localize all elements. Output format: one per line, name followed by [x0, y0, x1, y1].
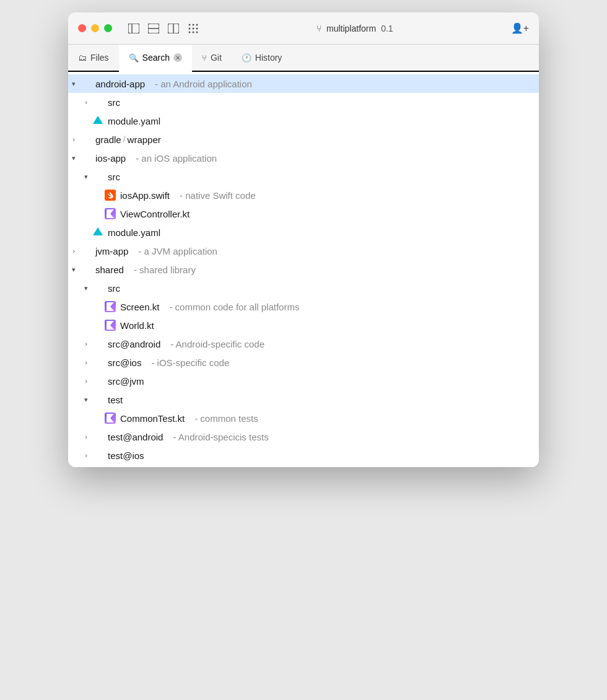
- titlebar-right: 👤+: [511, 22, 529, 34]
- tab-search-close[interactable]: ✕: [173, 53, 182, 62]
- chevron-icon: ›: [81, 99, 92, 106]
- kotlin-icon: [105, 413, 116, 424]
- tab-git-label: Git: [211, 53, 222, 63]
- tree-row[interactable]: ▾test: [68, 390, 539, 409]
- item-name: src: [108, 172, 120, 182]
- chevron-icon: ▾: [81, 173, 92, 180]
- folder-icon: [92, 338, 104, 350]
- item-name-sub: wrapper: [128, 135, 161, 144]
- tab-history[interactable]: 🕐 History: [232, 45, 292, 72]
- item-name: shared: [95, 265, 124, 274]
- item-name: iosApp.swift: [120, 191, 170, 200]
- chevron-icon: ›: [81, 378, 92, 385]
- svg-marker-15: [93, 116, 103, 124]
- folder-icon: [92, 356, 104, 369]
- kotlin-icon: [105, 320, 116, 331]
- folder-icon: [79, 263, 92, 276]
- tab-files[interactable]: 🗂 Files: [68, 45, 119, 72]
- svg-marker-19: [107, 321, 114, 330]
- svg-marker-16: [107, 209, 114, 218]
- branch-version: 0.1: [381, 24, 393, 33]
- chevron-icon: ›: [81, 359, 92, 366]
- svg-point-12: [189, 31, 191, 33]
- maximize-button[interactable]: [104, 24, 112, 32]
- tab-files-label: Files: [90, 53, 109, 63]
- add-user-icon[interactable]: 👤+: [511, 22, 529, 34]
- folder-icon: [92, 96, 104, 108]
- tree-row[interactable]: ViewController.kt: [68, 204, 539, 223]
- search-icon: 🔍: [129, 53, 139, 63]
- tree-row[interactable]: CommonTest.kt- common tests: [68, 409, 539, 427]
- window-title: multiplatform: [326, 24, 376, 33]
- item-name: World.kt: [120, 321, 154, 330]
- sidebar-toggle-icon[interactable]: [128, 24, 139, 33]
- item-description: - shared library: [134, 265, 196, 274]
- tree-row[interactable]: module.yaml: [68, 223, 539, 242]
- folder-icon: [79, 77, 92, 90]
- clock-icon: 🕐: [242, 53, 251, 63]
- item-name: test@android: [108, 432, 163, 442]
- kotlin-icon: [105, 208, 116, 219]
- svg-point-7: [193, 24, 194, 25]
- tree-row[interactable]: ›test@android- Android-specicis tests: [68, 427, 539, 446]
- tab-search[interactable]: 🔍 Search ✕: [119, 45, 192, 72]
- chevron-icon: ›: [81, 341, 92, 348]
- tree-row[interactable]: World.kt: [68, 316, 539, 335]
- tree-row[interactable]: ›gradle / wrapper: [68, 130, 539, 149]
- layout-icon-1[interactable]: [148, 24, 159, 33]
- item-description: - common code for all platforms: [169, 302, 299, 312]
- folder-icon: [92, 170, 104, 183]
- svg-rect-0: [128, 24, 139, 33]
- svg-marker-17: [93, 227, 103, 235]
- tree-row[interactable]: ▾src: [68, 279, 539, 297]
- tree-row[interactable]: ›test@ios: [68, 446, 539, 465]
- item-name: ios-app: [95, 154, 126, 163]
- folder-icon: [92, 431, 104, 443]
- folder-icon: [79, 133, 92, 146]
- chevron-icon: ▾: [68, 266, 79, 273]
- svg-point-6: [189, 24, 191, 25]
- folder-icon: [92, 393, 104, 406]
- chevron-icon: ▾: [81, 285, 92, 292]
- swift-icon: [105, 190, 116, 201]
- tree-row[interactable]: ›src@android- Android-specific code: [68, 335, 539, 353]
- tree-row[interactable]: ›src: [68, 93, 539, 112]
- svg-point-11: [196, 27, 198, 29]
- tree-row[interactable]: ▾shared- shared library: [68, 260, 539, 279]
- folder-icon: [79, 245, 92, 257]
- item-name: src: [108, 98, 120, 107]
- chevron-icon: ▾: [81, 396, 92, 403]
- svg-marker-20: [107, 414, 114, 422]
- kotlin-icon: [105, 301, 116, 312]
- git-icon: ⑂: [202, 53, 207, 63]
- tree-row[interactable]: ▾android-app- an Android application: [68, 74, 539, 93]
- chevron-icon: ›: [68, 248, 79, 255]
- tree-row[interactable]: Screen.kt- common code for all platforms: [68, 297, 539, 316]
- minimize-button[interactable]: [91, 24, 99, 32]
- item-name: Screen.kt: [120, 302, 159, 312]
- folder-icon: [92, 282, 104, 294]
- item-name: test@ios: [108, 451, 144, 460]
- tree-row[interactable]: ▾ios-app- an iOS application: [68, 149, 539, 167]
- tree-row[interactable]: ›jvm-app- a JVM application: [68, 242, 539, 260]
- titlebar-icons: [128, 23, 199, 34]
- svg-point-8: [196, 24, 198, 25]
- svg-point-9: [189, 27, 191, 29]
- item-name: src@jvm: [108, 377, 144, 386]
- chevron-icon: ›: [81, 452, 92, 459]
- layout-icon-2[interactable]: [168, 24, 179, 33]
- close-button[interactable]: [78, 24, 86, 32]
- grid-icon[interactable]: [188, 23, 199, 34]
- tree-row[interactable]: module.yaml: [68, 112, 539, 130]
- tab-git[interactable]: ⑂ Git: [192, 45, 232, 72]
- folder-icon: [92, 375, 104, 387]
- tree-row[interactable]: ›src@jvm: [68, 372, 539, 390]
- item-name: CommonTest.kt: [120, 414, 185, 423]
- item-name: src@ios: [108, 358, 141, 367]
- tree-row[interactable]: ▾src: [68, 167, 539, 186]
- item-name: module.yaml: [108, 116, 160, 126]
- tree-row[interactable]: ›src@ios- iOS-specific code: [68, 353, 539, 372]
- tree-row[interactable]: iosApp.swift- native Swift code: [68, 186, 539, 204]
- item-name: src: [108, 284, 120, 293]
- traffic-lights: [78, 24, 112, 32]
